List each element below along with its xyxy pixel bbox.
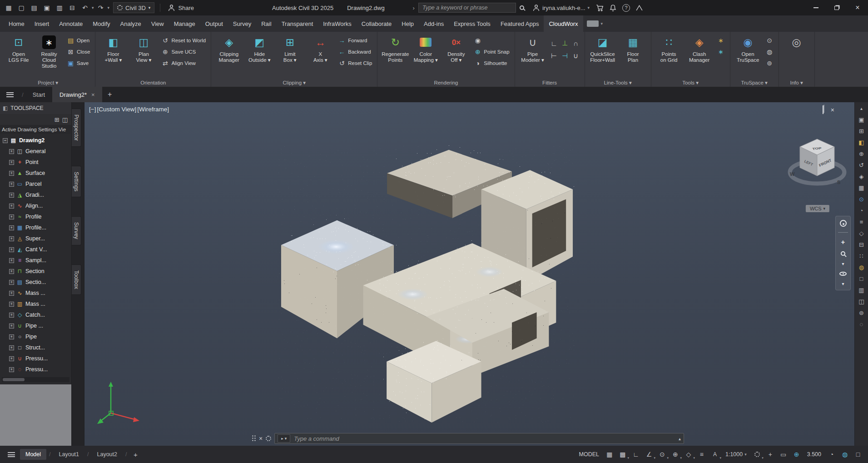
regenerate-points-button[interactable]: RegeneratePoints — [381, 33, 410, 78]
tab-manage[interactable]: Manage — [169, 15, 200, 32]
coupling-fitting-button[interactable] — [570, 50, 581, 62]
user-account-button[interactable]: iryna.valiukh-e... — [532, 4, 590, 12]
open-truspace-button[interactable]: OpenTruSpace — [734, 33, 763, 78]
cart-icon[interactable] — [596, 4, 604, 12]
tree-item-sample-line[interactable]: Sampl... — [0, 255, 71, 266]
truspace-settings-button[interactable] — [764, 35, 775, 46]
panel-label-tools[interactable]: Tools ▾ — [651, 78, 730, 87]
navbar-more-icon[interactable] — [842, 281, 844, 286]
tree-item-mass-haul-line[interactable]: Mass ... — [0, 288, 71, 299]
tree-item-alignment[interactable]: Align... — [0, 200, 71, 211]
side-tool-icon[interactable]: ⊚ — [857, 309, 866, 317]
command-close-icon[interactable] — [259, 435, 263, 442]
tab-insert[interactable]: Insert — [30, 15, 55, 32]
tree-item-superelevation[interactable]: Super... — [0, 233, 71, 244]
side-tool-icon[interactable]: ◫ — [857, 297, 866, 305]
tab-home[interactable]: Home — [4, 15, 30, 32]
search-icon[interactable] — [520, 5, 524, 10]
expand-icon[interactable] — [9, 280, 14, 285]
tab-modify[interactable]: Modify — [88, 15, 115, 32]
side-tool-icon[interactable]: ◌ — [857, 320, 866, 328]
pipe-modeler-button[interactable]: PipeModeler ▾ — [518, 33, 547, 78]
navigation-wheel-icon[interactable] — [840, 220, 847, 227]
side-tool-icon[interactable]: ◔ — [857, 206, 866, 214]
tab-annotate[interactable]: Annotate — [54, 15, 88, 32]
tree-item-pipe[interactable]: Pipe — [0, 331, 71, 342]
tree-item-catchment[interactable]: Catch... — [0, 309, 71, 320]
expand-icon[interactable] — [9, 269, 14, 274]
tab-featured-apps[interactable]: Featured Apps — [496, 15, 544, 32]
side-tool-icon[interactable]: □ — [857, 274, 866, 283]
pan-icon[interactable] — [841, 238, 845, 246]
expand-icon[interactable] — [9, 160, 14, 165]
tree-item-pipe-network[interactable]: Pipe ... — [0, 320, 71, 331]
window-restore-button[interactable] — [826, 0, 847, 15]
ortho-mode-toggle[interactable] — [630, 449, 641, 460]
hide-outside-button[interactable]: HideOutside ▾ — [245, 33, 274, 78]
tab-toolbox[interactable]: Toolbox — [72, 264, 81, 295]
side-tool-icon[interactable]: ◇ — [857, 229, 866, 237]
tree-item-mass-haul-view[interactable]: Mass ... — [0, 299, 71, 309]
help-icon[interactable]: ? — [622, 4, 630, 12]
tree-item-profile-view[interactable]: Profile... — [0, 222, 71, 233]
expand-icon[interactable] — [9, 356, 14, 361]
plan-view-button[interactable]: PlanView ▾ — [129, 33, 158, 78]
expand-icon[interactable] — [9, 225, 14, 230]
expand-icon[interactable] — [9, 313, 14, 318]
chevron-right-icon[interactable]: › — [413, 5, 415, 11]
command-customize-icon[interactable] — [266, 436, 271, 441]
side-tool-icon[interactable]: ◧ — [857, 138, 866, 146]
grid-display-toggle[interactable] — [604, 449, 615, 460]
zoom-dropdown-icon[interactable] — [842, 261, 844, 266]
zoom-icon[interactable] — [841, 251, 845, 256]
open-file-button[interactable] — [28, 2, 40, 14]
valve-fitting-button[interactable] — [560, 50, 570, 62]
side-tool-icon[interactable]: ◍ — [857, 263, 866, 271]
geographic-location-icon[interactable] — [791, 449, 802, 460]
tab-analyze[interactable]: Analyze — [115, 15, 146, 32]
silhouette-button[interactable]: Silhouette — [472, 58, 511, 69]
layout-tab-layout1[interactable]: Layout1 — [54, 449, 84, 460]
tree-item-drawing2[interactable]: Drawing2 — [0, 135, 71, 146]
tab-add-ins[interactable]: Add-ins — [419, 15, 449, 32]
annotation-visibility-toggle[interactable]: ▾ — [709, 449, 720, 460]
info-button[interactable] — [782, 33, 811, 78]
align-view-button[interactable]: Align View — [159, 58, 208, 69]
plot-button[interactable] — [66, 2, 78, 14]
side-tool-icon[interactable]: ⊙ — [857, 195, 866, 203]
expand-icon[interactable] — [9, 149, 14, 154]
lineweight-toggle[interactable] — [696, 449, 707, 460]
density-off-button[interactable]: DensityOff ▾ — [441, 33, 471, 78]
side-tool-icon[interactable]: ≡ — [857, 218, 866, 226]
notification-bell-icon[interactable] — [609, 4, 617, 12]
isometric-drafting-toggle[interactable]: ▾ — [683, 449, 694, 460]
orbit-icon[interactable] — [839, 272, 847, 276]
scroll-up-icon[interactable]: ▴ — [857, 104, 866, 112]
status-value[interactable]: 3.500 — [807, 451, 821, 458]
tab-help[interactable]: Help — [397, 15, 419, 32]
status-menu-button[interactable] — [5, 452, 18, 457]
autodesk-logo-icon[interactable] — [635, 4, 643, 12]
viewcube[interactable]: W S TOP LEFT FRONT WCS — [787, 132, 848, 212]
toolspace-header[interactable]: TOOLSPACE — [0, 102, 71, 114]
expand-icon[interactable] — [9, 171, 14, 176]
quick-properties-toggle[interactable] — [826, 449, 837, 460]
auto-detect-button[interactable] — [715, 35, 727, 46]
expand-icon[interactable] — [9, 247, 14, 252]
undo-dropdown-icon[interactable] — [92, 5, 94, 10]
collapse-icon[interactable] — [3, 138, 8, 143]
panel-label-project[interactable]: Project ▾ — [1, 78, 95, 87]
panel-label-fitters[interactable]: Fitters — [515, 78, 585, 87]
tree-item-pressure-part[interactable]: Pressu... — [0, 364, 71, 375]
window-minimize-button[interactable] — [805, 0, 826, 15]
tree-item-cant-view[interactable]: Cant V... — [0, 244, 71, 255]
tree-item-section[interactable]: Section — [0, 266, 71, 277]
annotation-scale-selector[interactable]: 1:1000 — [725, 451, 747, 458]
viewport-minimize-control[interactable]: [−] — [89, 106, 96, 113]
layout-tab-model[interactable]: Model — [20, 449, 46, 460]
side-tool-icon[interactable]: ∷ — [857, 252, 866, 260]
object-snap-tracking-toggle[interactable]: ▾ — [670, 449, 681, 460]
elbow-fitting-button[interactable] — [549, 37, 560, 50]
reset-clip-button[interactable]: Reset Clip — [336, 58, 374, 69]
redo-button[interactable] — [95, 2, 107, 14]
